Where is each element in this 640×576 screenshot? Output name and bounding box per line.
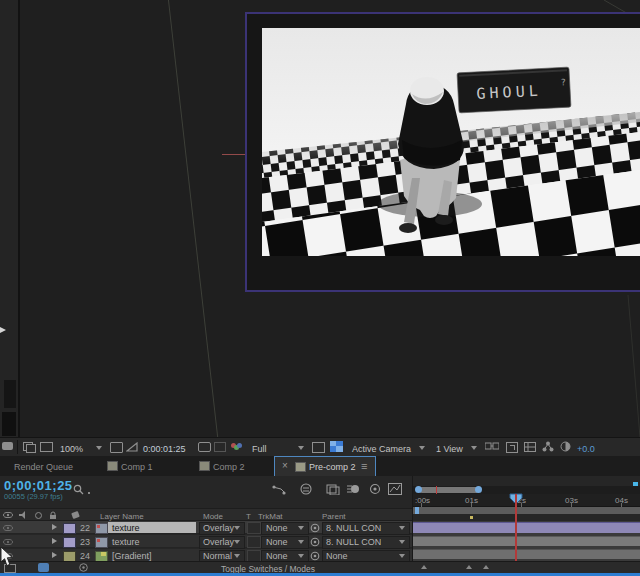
magnification-value[interactable]: 100% [60, 444, 83, 454]
work-area-bar[interactable] [413, 507, 640, 514]
layer-name-field[interactable]: texture [108, 522, 196, 533]
expand-arrow-icon[interactable] [52, 538, 57, 544]
trkmat-dropdown-arrow-icon[interactable] [298, 540, 304, 544]
transfer-controls-pane-icon[interactable] [38, 563, 49, 572]
layer-bar-23[interactable] [413, 536, 640, 546]
view-layout-value[interactable]: 1 View [436, 444, 463, 454]
layer-color-swatch[interactable] [63, 537, 76, 548]
tab-menu-icon[interactable]: ≡ [361, 460, 367, 472]
parent-value[interactable]: 8. NULL CON [326, 523, 381, 533]
mode-dropdown-arrow-icon[interactable] [234, 540, 240, 544]
time-ruler[interactable]: :00s 01s 02s 03s 04s [413, 494, 640, 507]
time-navigator-bar[interactable] [419, 487, 479, 493]
tab-comp-2[interactable]: Comp 2 [213, 462, 245, 472]
svg-text:GHOUL: GHOUL [476, 82, 542, 103]
navigator-handle-left[interactable] [415, 486, 422, 493]
layer-name[interactable]: [Gradient] [112, 551, 152, 561]
layer-row-23[interactable]: 23 texture Overlay None 8. NULL CON [0, 535, 412, 548]
motion-blur-icon[interactable] [347, 483, 361, 495]
navigator-handle-right[interactable] [475, 486, 482, 493]
trkmat-value[interactable]: None [266, 523, 288, 533]
in-out-panes-icon[interactable] [78, 563, 89, 572]
shy-icon[interactable] [299, 483, 313, 495]
transparency-grid-icon[interactable] [126, 442, 138, 452]
graph-editor-icon[interactable] [388, 483, 402, 495]
parent-value[interactable]: None [326, 551, 348, 561]
trkmat-value[interactable]: None [266, 537, 288, 547]
audio-column-icon [19, 511, 28, 519]
exposure-value[interactable]: +0.0 [577, 444, 595, 454]
pick-whip-icon[interactable] [310, 537, 320, 547]
resolution-value[interactable]: Full [252, 444, 267, 454]
eye-icon[interactable] [3, 525, 13, 531]
layer-name[interactable]: texture [112, 537, 140, 547]
exposure-icon[interactable] [560, 441, 571, 452]
target-region-icon[interactable] [312, 442, 325, 453]
time-navigator-track[interactable] [413, 486, 640, 494]
camera-view-value[interactable]: Active Camera [352, 444, 411, 454]
camera-dropdown-arrow-icon[interactable] [419, 446, 425, 450]
show-snapshot-icon[interactable] [214, 442, 226, 452]
pixel-aspect-icon[interactable] [506, 442, 518, 453]
label-column-icon [71, 511, 80, 519]
flowchart-icon[interactable] [542, 441, 554, 452]
expand-arrow-icon[interactable] [52, 524, 57, 530]
comp-frame-image[interactable]: GHOUL ? [262, 28, 640, 256]
work-area-start-handle[interactable] [415, 507, 419, 514]
column-header-row: Layer Name Mode T TrkMat Parent [0, 508, 412, 521]
column-trkmat[interactable]: TrkMat [258, 512, 283, 521]
region-of-interest-icon[interactable] [110, 442, 123, 453]
column-parent[interactable]: Parent [322, 512, 346, 521]
show-channel-icon[interactable] [231, 442, 243, 451]
mode-value[interactable]: Overlay [203, 537, 234, 547]
search-icon[interactable] [73, 484, 85, 496]
transparency-checker-icon[interactable] [330, 441, 343, 452]
eye-icon[interactable] [3, 539, 13, 545]
mode-dropdown-arrow-icon[interactable] [234, 554, 240, 558]
tab-bar: Render Queue Comp 1 Comp 2 × Pre-comp 2 … [0, 456, 640, 476]
pick-whip-icon[interactable] [310, 551, 320, 561]
parent-value[interactable]: 8. NULL CON [326, 537, 381, 547]
pick-whip-icon[interactable] [310, 523, 320, 533]
grid-guides-icon[interactable] [524, 442, 536, 452]
parent-dropdown-arrow-icon[interactable] [399, 540, 405, 544]
tab-close-icon[interactable]: × [282, 461, 288, 471]
trkmat-value[interactable]: None [266, 551, 288, 561]
panel-icon[interactable] [2, 442, 13, 450]
resolution-dropdown-arrow-icon[interactable] [298, 446, 304, 450]
eye-column-icon [3, 512, 13, 518]
marker-triangle [466, 565, 472, 569]
column-layer-name[interactable]: Layer Name [100, 512, 144, 521]
layer-number: 22 [80, 523, 90, 533]
layer-bar-24[interactable] [413, 549, 640, 559]
mode-value[interactable]: Normal [203, 551, 232, 561]
tab-pre-comp-2[interactable]: × Pre-comp 2 ≡ [274, 456, 376, 476]
mode-value[interactable]: Overlay [203, 523, 234, 533]
viewer-timecode[interactable]: 0:00:01:25 [143, 444, 186, 454]
mode-dropdown-arrow-icon[interactable] [234, 526, 240, 530]
snapshot-camera-icon[interactable] [198, 442, 211, 452]
parent-dropdown-arrow-icon[interactable] [399, 554, 405, 558]
cti-line[interactable] [515, 494, 517, 561]
goggles-icon[interactable] [485, 442, 499, 451]
column-t[interactable]: T [246, 512, 251, 521]
trkmat-dropdown-arrow-icon[interactable] [298, 554, 304, 558]
trkmat-dropdown-arrow-icon[interactable] [298, 526, 304, 530]
tab-render-queue[interactable]: Render Queue [14, 462, 73, 472]
view-layout-dropdown-arrow-icon[interactable] [471, 446, 477, 450]
tab-comp-1[interactable]: Comp 1 [121, 462, 153, 472]
magnification-dropdown-arrow-icon[interactable] [96, 446, 102, 450]
layer-color-swatch[interactable] [63, 523, 76, 534]
column-mode[interactable]: Mode [203, 512, 223, 521]
brainstorm-icon[interactable] [368, 483, 382, 495]
layer-bar-22[interactable] [413, 522, 640, 533]
expand-arrow-icon[interactable] [52, 552, 57, 558]
layer-row-22[interactable]: 22 texture Overlay None 8. NULL CON [0, 521, 412, 534]
parent-dropdown-arrow-icon[interactable] [399, 526, 405, 530]
monitor-icon[interactable] [40, 442, 53, 452]
marker-triangle [421, 565, 427, 569]
composition-viewport[interactable]: GHOUL ? [0, 0, 640, 437]
composition-mini-flowchart-icon[interactable] [272, 484, 286, 495]
frame-blending-icon[interactable] [326, 483, 340, 495]
timeline-timecode[interactable]: 0;00;01;25 [4, 478, 73, 493]
